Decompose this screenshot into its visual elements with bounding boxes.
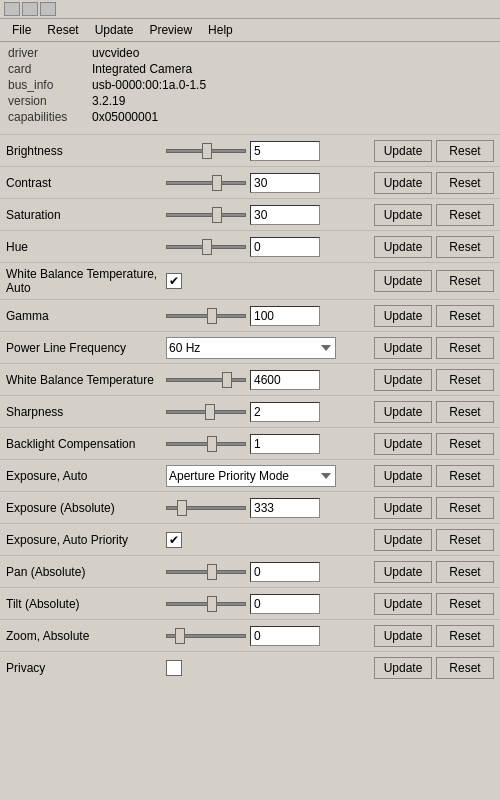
update-button[interactable]: Update — [374, 236, 432, 258]
reset-button[interactable]: Reset — [436, 337, 494, 359]
control-label: White Balance Temperature, Auto — [6, 267, 166, 295]
button-group: UpdateReset — [374, 561, 494, 583]
value-input[interactable] — [250, 594, 320, 614]
menu-item-update[interactable]: Update — [87, 21, 142, 39]
reset-button[interactable]: Reset — [436, 497, 494, 519]
button-group: UpdateReset — [374, 369, 494, 391]
control-row: PrivacyUpdateReset — [0, 651, 500, 683]
value-input[interactable] — [250, 306, 320, 326]
slider-thumb[interactable] — [207, 308, 217, 324]
update-button[interactable]: Update — [374, 270, 432, 292]
slider-thumb[interactable] — [207, 564, 217, 580]
value-input[interactable] — [250, 141, 320, 161]
control-input-area — [166, 532, 374, 548]
value-input[interactable] — [250, 562, 320, 582]
reset-button[interactable]: Reset — [436, 561, 494, 583]
reset-button[interactable]: Reset — [436, 369, 494, 391]
button-group: UpdateReset — [374, 270, 494, 292]
reset-button[interactable]: Reset — [436, 465, 494, 487]
value-input[interactable] — [250, 498, 320, 518]
info-row: cardIntegrated Camera — [8, 62, 492, 76]
update-button[interactable]: Update — [374, 337, 432, 359]
select-input[interactable]: Manual ModeAperture Priority Mode — [166, 465, 336, 487]
menu-item-preview[interactable]: Preview — [141, 21, 200, 39]
reset-button[interactable]: Reset — [436, 529, 494, 551]
slider-thumb[interactable] — [207, 436, 217, 452]
control-input-area — [166, 306, 374, 326]
reset-button[interactable]: Reset — [436, 657, 494, 679]
control-row: Tilt (Absolute)UpdateReset — [0, 587, 500, 619]
slider-container — [166, 207, 246, 223]
checkbox-input[interactable] — [166, 532, 182, 548]
control-input-area — [166, 237, 374, 257]
menu-item-file[interactable]: File — [4, 21, 39, 39]
select-input[interactable]: Disabled50 Hz60 Hz — [166, 337, 336, 359]
button-group: UpdateReset — [374, 204, 494, 226]
reset-button[interactable]: Reset — [436, 401, 494, 423]
checkbox-input[interactable] — [166, 660, 182, 676]
reset-button[interactable]: Reset — [436, 236, 494, 258]
slider-thumb[interactable] — [175, 628, 185, 644]
reset-button[interactable]: Reset — [436, 433, 494, 455]
update-button[interactable]: Update — [374, 561, 432, 583]
control-input-area — [166, 626, 374, 646]
update-button[interactable]: Update — [374, 593, 432, 615]
slider-track — [166, 570, 246, 574]
reset-button[interactable]: Reset — [436, 593, 494, 615]
control-label: Pan (Absolute) — [6, 565, 166, 579]
update-button[interactable]: Update — [374, 401, 432, 423]
control-row: ContrastUpdateReset — [0, 166, 500, 198]
value-input[interactable] — [250, 173, 320, 193]
reset-button[interactable]: Reset — [436, 140, 494, 162]
update-button[interactable]: Update — [374, 433, 432, 455]
control-label: Saturation — [6, 208, 166, 222]
value-input[interactable] — [250, 370, 320, 390]
reset-button[interactable]: Reset — [436, 270, 494, 292]
update-button[interactable]: Update — [374, 625, 432, 647]
update-button[interactable]: Update — [374, 172, 432, 194]
control-row: SharpnessUpdateReset — [0, 395, 500, 427]
update-button[interactable]: Update — [374, 305, 432, 327]
update-button[interactable]: Update — [374, 465, 432, 487]
slider-thumb[interactable] — [212, 175, 222, 191]
control-label: Zoom, Absolute — [6, 629, 166, 643]
value-input[interactable] — [250, 237, 320, 257]
slider-thumb[interactable] — [205, 404, 215, 420]
slider-track — [166, 149, 246, 153]
slider-thumb[interactable] — [202, 239, 212, 255]
close-button[interactable] — [40, 2, 56, 16]
reset-button[interactable]: Reset — [436, 305, 494, 327]
menu-item-reset[interactable]: Reset — [39, 21, 86, 39]
value-input[interactable] — [250, 205, 320, 225]
control-label: White Balance Temperature — [6, 373, 166, 387]
checkbox-input[interactable] — [166, 273, 182, 289]
maximize-button[interactable] — [22, 2, 38, 16]
value-input[interactable] — [250, 626, 320, 646]
control-row: Pan (Absolute)UpdateReset — [0, 555, 500, 587]
reset-button[interactable]: Reset — [436, 625, 494, 647]
info-row: version3.2.19 — [8, 94, 492, 108]
control-input-area — [166, 434, 374, 454]
slider-thumb[interactable] — [207, 596, 217, 612]
update-button[interactable]: Update — [374, 204, 432, 226]
update-button[interactable]: Update — [374, 529, 432, 551]
slider-track — [166, 314, 246, 318]
update-button[interactable]: Update — [374, 369, 432, 391]
menu-item-help[interactable]: Help — [200, 21, 241, 39]
minimize-button[interactable] — [4, 2, 20, 16]
slider-thumb[interactable] — [222, 372, 232, 388]
update-button[interactable]: Update — [374, 497, 432, 519]
update-button[interactable]: Update — [374, 140, 432, 162]
reset-button[interactable]: Reset — [436, 204, 494, 226]
value-input[interactable] — [250, 434, 320, 454]
control-input-area — [166, 141, 374, 161]
slider-thumb[interactable] — [202, 143, 212, 159]
control-input-area — [166, 594, 374, 614]
reset-button[interactable]: Reset — [436, 172, 494, 194]
slider-track — [166, 410, 246, 414]
slider-thumb[interactable] — [177, 500, 187, 516]
slider-thumb[interactable] — [212, 207, 222, 223]
update-button[interactable]: Update — [374, 657, 432, 679]
value-input[interactable] — [250, 402, 320, 422]
control-row: Exposure, Auto PriorityUpdateReset — [0, 523, 500, 555]
